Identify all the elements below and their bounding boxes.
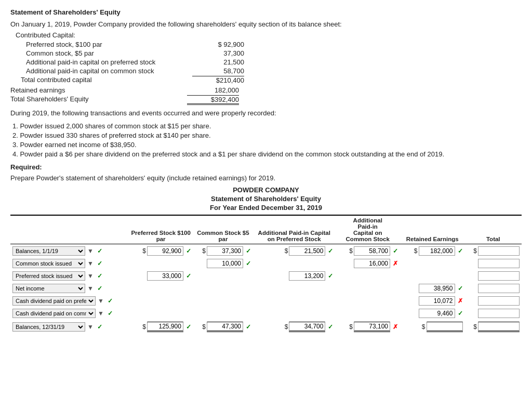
common-input-preferred-issued[interactable] <box>215 272 251 280</box>
preferred-dollar-1119: $ <box>142 247 146 255</box>
transaction-3: 3. Powder earned net income of $38,950. <box>12 141 522 149</box>
cc-addl-common-label: Additional paid-in capital on common sto… <box>26 67 192 75</box>
addl-pref-input-1119[interactable] <box>289 246 325 256</box>
retained-dollar-1119: $ <box>414 247 418 255</box>
preferred-input-preferred-issued[interactable] <box>147 271 183 281</box>
addl-common-cell-cash-div-preferred <box>335 295 400 307</box>
equity-table: Preferred Stock $100 par Common Stock $5… <box>10 215 522 334</box>
common-check-common-issued: ✓ <box>246 260 251 267</box>
label-cell-cash-div-preferred: Cash dividend paid on preferred ▼ ✓ <box>10 295 128 307</box>
preferred-cell-12319: $ ✓ <box>128 320 193 334</box>
preferred-input-1119[interactable] <box>147 246 183 256</box>
addl-common-input-preferred-issued[interactable] <box>362 272 398 280</box>
th-additional-common: Additional Paid-in Capital on Common Sto… <box>335 215 400 244</box>
preferred-check-1119: ✓ <box>186 247 191 255</box>
common-cell-cash-div-preferred <box>193 295 253 307</box>
retained-input-cash-div-preferred[interactable] <box>419 296 455 306</box>
th-additional-preferred: Additional Paid-in Capital on Preferred … <box>253 215 335 244</box>
row-label-select-cash-div-preferred[interactable]: Cash dividend paid on preferred <box>12 296 96 306</box>
addl-pref-cell-preferred-issued: ✓ <box>253 270 335 282</box>
preferred-dollar-12319: $ <box>142 323 146 331</box>
section-title: Statement of Shareholders' Equity <box>10 8 522 16</box>
total-input-cash-div-common[interactable] <box>478 309 520 318</box>
cc-common-value: 37,300 <box>192 49 244 57</box>
total-dollar-12319: $ <box>473 323 477 331</box>
total-input-12319[interactable] <box>478 322 520 332</box>
label-cell-common-issued: Common stock issued ▼ ✓ <box>10 257 128 270</box>
label-cell-balances-12319: Balances, 12/31/19 ▼ ✓ <box>10 320 128 334</box>
row-label-select-cash-div-common[interactable]: Cash dividend paid on common <box>12 309 96 318</box>
addl-pref-cell-net-income <box>253 282 335 295</box>
total-shareholders-equity-label: Total Shareholders' Equity <box>10 95 187 105</box>
addl-pref-input-common-issued[interactable] <box>297 259 333 268</box>
preferred-cell-preferred-issued: ✓ <box>128 270 193 282</box>
addl-pref-input-12319[interactable] <box>289 322 325 332</box>
addl-common-cell-net-income <box>335 282 400 295</box>
row-check-common-issued: ✓ <box>97 260 102 267</box>
total-dollar-1119: $ <box>473 247 477 255</box>
addl-pref-cell-common-issued <box>253 257 335 270</box>
addl-pref-input-preferred-issued[interactable] <box>289 271 325 281</box>
row-label-select-12319[interactable]: Balances, 12/31/19 <box>12 322 85 332</box>
row-check-cash-div-preferred: ✓ <box>108 297 113 305</box>
addl-common-cell-cash-div-common <box>335 307 400 320</box>
preferred-input-common-issued[interactable] <box>155 259 191 268</box>
prepare-text: Prepare Powder's statement of shareholde… <box>10 174 522 182</box>
row-label-select-preferred-issued[interactable]: Preferred stock issued <box>12 271 85 281</box>
label-cell-balances-1119: Balances, 1/1/19 ▼ ✓ <box>10 244 128 258</box>
retained-cell-preferred-issued <box>400 270 465 282</box>
row-label-select-1119[interactable]: Balances, 1/1/19 <box>12 246 85 256</box>
row-label-select-net-income[interactable]: Net income <box>12 284 85 293</box>
addl-common-dollar-1119: $ <box>349 247 353 255</box>
common-cell-common-issued: ✓ <box>193 257 253 270</box>
total-input-1119[interactable] <box>478 246 520 256</box>
retained-earnings-label: Retained earnings <box>10 86 187 94</box>
addl-common-input-12319[interactable] <box>354 322 390 332</box>
addl-common-cell-common-issued: ✗ <box>335 257 400 270</box>
preferred-input-12319[interactable] <box>147 322 183 332</box>
total-input-common-issued[interactable] <box>478 259 520 268</box>
total-cell-12319: $ <box>465 320 522 334</box>
row-label-select-common-issued[interactable]: Common stock issued <box>12 259 85 268</box>
retained-cell-cash-div-common: ✓ <box>400 307 465 320</box>
preferred-check-preferred-issued: ✓ <box>186 272 191 280</box>
table-header-row: Preferred Stock $100 par Common Stock $5… <box>10 215 522 244</box>
retained-input-cash-div-common[interactable] <box>419 309 455 318</box>
row-check-net-income: ✓ <box>97 285 102 292</box>
retained-input-net-income[interactable] <box>419 284 455 293</box>
common-input-12319[interactable] <box>207 322 243 332</box>
total-input-net-income[interactable] <box>478 284 520 293</box>
common-cell-12319: $ ✓ <box>193 320 253 334</box>
retained-earnings-row: Retained earnings 182,000 <box>10 86 522 94</box>
retained-input-12319[interactable] <box>427 322 463 332</box>
transaction-2: 2. Powder issued 330 shares of preferred… <box>12 131 522 139</box>
transaction-4: 4. Powder paid a $6 per share dividend o… <box>12 150 522 158</box>
for-year: For Year Ended December 31, 2019 <box>10 204 522 212</box>
total-cell-cash-div-preferred <box>465 295 522 307</box>
addl-common-input-1119[interactable] <box>354 246 390 256</box>
th-common-stock: Common Stock $5 par <box>193 215 253 244</box>
retained-input-common-issued[interactable] <box>427 259 463 268</box>
total-cell-common-issued <box>465 257 522 270</box>
addl-common-dollar-12319: $ <box>349 323 353 331</box>
addl-common-cell-1119: $ ✓ <box>335 244 400 258</box>
common-input-1119[interactable] <box>207 246 243 256</box>
cc-common-row: Common stock, $5 par 37,300 <box>26 49 522 57</box>
contributed-capital-section: Contributed Capital: Preferred stock, $1… <box>16 31 522 84</box>
equity-table-section: Preferred Stock $100 par Common Stock $5… <box>10 215 522 334</box>
row-net-income: Net income ▼ ✓ ✓ <box>10 282 522 295</box>
total-input-preferred-issued[interactable] <box>478 271 520 281</box>
retained-input-1119[interactable] <box>419 246 455 256</box>
total-input-cash-div-preferred[interactable] <box>478 296 520 306</box>
retained-earnings-value: 182,000 <box>187 86 239 94</box>
common-input-common-issued[interactable] <box>207 259 243 268</box>
total-shareholders-equity-value: $392,400 <box>187 95 239 105</box>
retained-check-1119: ✓ <box>458 247 463 255</box>
preferred-cell-net-income <box>128 282 193 295</box>
retained-input-preferred-issued[interactable] <box>427 272 463 280</box>
addl-common-line4: Common Stock <box>346 236 390 242</box>
addl-pref-cell-cash-div-common <box>253 307 335 320</box>
label-cell-net-income: Net income ▼ ✓ <box>10 282 128 295</box>
common-cell-1119: $ ✓ <box>193 244 253 258</box>
addl-common-input-common-issued[interactable] <box>354 259 390 268</box>
